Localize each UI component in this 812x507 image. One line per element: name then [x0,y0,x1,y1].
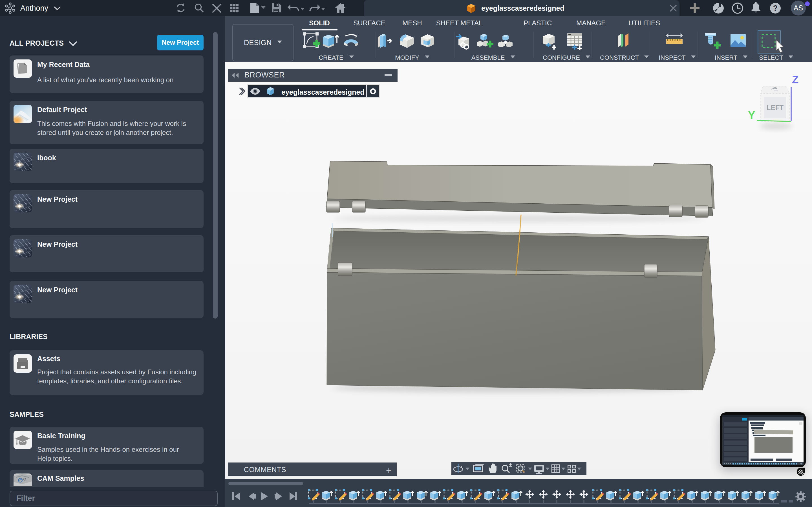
svg-text:?: ? [773,4,778,12]
svg-text:Z: Z [792,74,799,86]
svg-text:LEFT: LEFT [767,104,783,112]
svg-text:Y: Y [748,109,755,121]
